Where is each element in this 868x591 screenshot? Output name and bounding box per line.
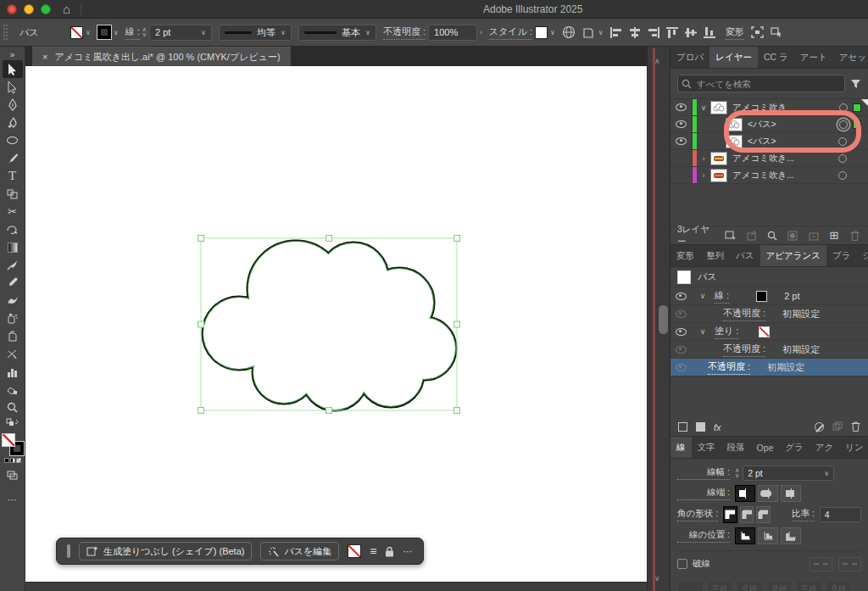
chevron-down-icon[interactable]: ∨ (696, 292, 709, 300)
paintbrush-tool[interactable] (3, 149, 23, 167)
opacity-attribute-label[interactable]: 不透明度 : (708, 360, 750, 375)
layer-row-5[interactable]: › アメコミ吹き... (670, 167, 868, 184)
color-chip-gradient[interactable] (10, 458, 15, 463)
tab-properties[interactable]: プロパ (670, 47, 709, 68)
opacity-value[interactable]: 初期設定 (782, 308, 820, 321)
scroll-down-icon[interactable]: ∨ (654, 574, 660, 583)
miter-limit-field[interactable]: 4 (820, 507, 861, 522)
opacity-value[interactable]: 初期設定 (767, 361, 804, 374)
tab-pathfinder[interactable]: パス (730, 245, 760, 266)
opacity-panel-arrow-icon[interactable]: › (480, 29, 482, 36)
type-tool[interactable]: T (3, 167, 23, 185)
dashed-line-label[interactable]: 破線 (693, 558, 710, 570)
projecting-cap-button[interactable] (781, 485, 801, 502)
stroke-color-control[interactable]: ∨ (97, 25, 119, 39)
tab-actions[interactable]: アク (810, 437, 840, 458)
opacity-attribute-label[interactable]: 不透明度 : (723, 343, 765, 357)
selection-color-square[interactable] (853, 103, 861, 112)
preserve-dashes-button[interactable] (810, 557, 832, 571)
expand-panel-icon[interactable]: » (3, 48, 23, 60)
fill-none-swatch[interactable] (70, 26, 83, 39)
target-circle-icon[interactable] (839, 103, 848, 112)
chevron-down-icon[interactable]: ∨ (114, 29, 119, 36)
control-bar-grip[interactable] (3, 25, 8, 40)
filter-icon[interactable] (850, 79, 861, 89)
tab-paragraph[interactable]: 段落 (721, 437, 751, 458)
target-circle-icon[interactable] (838, 154, 847, 163)
chevron-down-icon[interactable]: ∨ (201, 29, 206, 36)
width-tool[interactable] (3, 256, 23, 274)
align-center-horizontal-icon[interactable] (629, 27, 641, 38)
brush-dropdown[interactable]: 基本 ∨ (298, 25, 376, 41)
eyedropper-tool[interactable] (3, 274, 23, 292)
round-cap-button[interactable] (758, 485, 778, 502)
width-profile-dropdown[interactable]: 均等 ∨ (219, 25, 292, 41)
visibility-toggle[interactable] (670, 116, 693, 132)
layer-name[interactable]: アメコミ吹き... (732, 153, 838, 164)
vertical-scrollbar[interactable]: ∧ ∨ (647, 47, 670, 591)
isolate-selection-icon[interactable] (751, 26, 764, 38)
appearance-row-stroke[interactable]: ∨ 線 : 2 pt (670, 287, 868, 305)
layer-thumbnail[interactable] (710, 169, 727, 182)
column-graph-tool[interactable] (3, 363, 23, 381)
visibility-toggle[interactable] (670, 133, 693, 149)
fill-attribute-label[interactable]: 塗り : (715, 325, 738, 339)
path-thumbnail[interactable] (726, 135, 743, 148)
canvas-area[interactable]: 生成塗りつぶし (シェイプ) (Beta) パスを編集 ≡ ⋯ (25, 66, 647, 582)
align-stroke-inside-button[interactable] (758, 527, 778, 544)
layer-row-2-path[interactable]: <パス> (670, 116, 868, 133)
swap-fill-stroke-widget[interactable] (3, 416, 23, 430)
visibility-toggle[interactable] (670, 99, 693, 115)
fill-stroke-indicator[interactable] (2, 433, 24, 455)
artboard-tool[interactable] (3, 327, 23, 345)
path-item-name[interactable]: <パス> (748, 119, 839, 131)
chevron-right-icon[interactable]: › (697, 171, 710, 180)
layer-row-1[interactable]: ∨ アメコミ吹き (670, 99, 868, 116)
miter-join-button[interactable] (723, 506, 737, 523)
visibility-toggle[interactable] (670, 359, 691, 376)
visibility-toggle[interactable] (670, 305, 691, 322)
tab-transform[interactable]: 変形 (670, 245, 700, 266)
selection-tool[interactable] (3, 60, 23, 78)
tab-brushes[interactable]: ブラ (826, 245, 857, 266)
clipping-mask-icon[interactable] (787, 231, 799, 241)
lock-icon[interactable] (385, 546, 394, 557)
gap-field[interactable]: 0 pt (826, 580, 852, 591)
tab-stroke[interactable]: 線 (670, 437, 692, 458)
color-chip-none[interactable] (16, 458, 21, 463)
ellipse-tool[interactable] (3, 131, 23, 149)
cloud-speech-bubble-artwork[interactable] (197, 234, 461, 415)
appearance-row-fill-opacity[interactable]: 不透明度 : 初期設定 (670, 341, 868, 359)
close-icon[interactable]: × (42, 52, 47, 62)
generative-fill-button[interactable]: 生成塗りつぶし (シェイプ) (Beta) (79, 542, 252, 560)
blob-brush-tool[interactable] (3, 292, 23, 309)
align-stroke-center-button[interactable] (735, 527, 755, 544)
free-transform-tool[interactable] (3, 185, 23, 203)
round-join-button[interactable] (740, 506, 754, 523)
appearance-row-item-opacity-selected[interactable]: 不透明度 : 初期設定 (670, 359, 868, 376)
align-stroke-outside-button[interactable] (781, 527, 801, 544)
stroke-weight-field[interactable]: 2 pt ∨ (149, 25, 212, 41)
appearance-row-stroke-opacity[interactable]: 不透明度 : 初期設定 (670, 305, 868, 323)
transform-link[interactable]: 変形 (726, 25, 744, 40)
layers-search-input[interactable] (677, 75, 845, 92)
add-effect-icon[interactable]: fx (714, 422, 721, 432)
stroke-weight-value[interactable]: 2 pt (784, 291, 799, 301)
tab-align[interactable]: 整列 (700, 245, 730, 266)
chevron-down-icon[interactable]: ∨ (550, 29, 555, 36)
window-close-button[interactable] (7, 4, 17, 14)
tab-symbols[interactable]: シン (856, 245, 868, 266)
new-layer-icon[interactable]: ⊞ (827, 229, 840, 242)
curvature-tool[interactable] (3, 114, 23, 131)
tab-appearance[interactable]: アピアランス (760, 245, 826, 266)
contextual-task-bar[interactable]: 生成塗りつぶし (シェイプ) (Beta) パスを編集 ≡ ⋯ (56, 538, 424, 565)
align-middle-vertical-icon[interactable] (685, 27, 697, 38)
gradient-tool[interactable] (3, 238, 23, 256)
zoom-tool[interactable] (3, 399, 23, 416)
stroke-color-swatch[interactable] (756, 291, 767, 302)
chevron-down-icon[interactable]: ∨ (697, 103, 710, 112)
stroke-weight-stepper[interactable]: ∧∨ (142, 27, 147, 37)
fill-indicator-none-swatch[interactable] (2, 433, 15, 447)
tab-character[interactable]: 文字 (692, 437, 721, 458)
collect-for-export-icon[interactable] (725, 231, 737, 241)
